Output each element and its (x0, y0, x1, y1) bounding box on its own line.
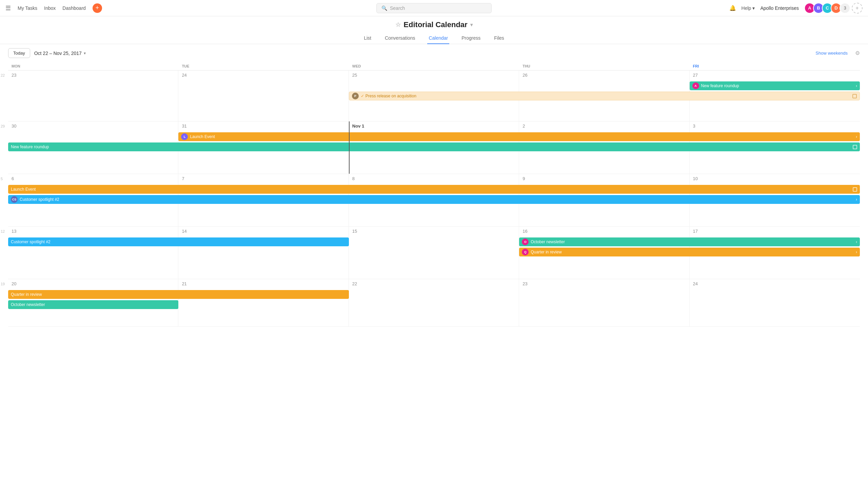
day-24: 24 (178, 70, 349, 121)
calendar-settings-icon[interactable]: ⚙ (855, 50, 860, 56)
project-title: Editorial Calendar (403, 21, 467, 29)
week-num-29: 29 (1, 124, 5, 128)
add-member-button[interactable]: + (852, 3, 863, 14)
check-icon-w1: ✓ (361, 94, 364, 99)
date-15: 15 (350, 228, 517, 235)
today-button[interactable]: Today (8, 48, 30, 58)
tab-calendar[interactable]: Calendar (427, 32, 449, 44)
new-feature-arrow-w1: › (854, 83, 857, 88)
help-label: Help (742, 5, 751, 11)
day-23: 23 (8, 70, 178, 121)
october-newsletter-arrow-w4: › (854, 239, 857, 244)
week-row-4: 12 13 14 15 16 17 Customer spotlight #2 … (8, 227, 860, 279)
date-24: 24 (691, 280, 858, 288)
launch-event-square-w3 (853, 187, 857, 192)
launch-event-label-w2: Launch Event (190, 134, 215, 139)
workspace-label[interactable]: Apollo Enterprises (760, 5, 799, 11)
new-feature-roundup-w1[interactable]: A New feature roundup › (690, 81, 860, 90)
date-10: 10 (691, 175, 858, 183)
date-9: 9 (520, 175, 687, 183)
launch-event-avatar-w2: L (181, 133, 188, 140)
customer-spotlight-label-w4: Customer spotlight #2 (11, 239, 51, 244)
press-release-square-w1 (852, 94, 857, 99)
tab-progress[interactable]: Progress (460, 32, 482, 44)
project-tabs: List Conversations Calendar Progress Fil… (0, 29, 868, 44)
show-weekends-button[interactable]: Show weekends (815, 51, 847, 56)
date-13: 13 (10, 228, 177, 235)
new-feature-roundup-w2[interactable]: New feature roundup (8, 143, 860, 151)
date-14: 14 (180, 228, 347, 235)
october-newsletter-w4[interactable]: O October newsletter › (519, 237, 860, 246)
october-newsletter-w5[interactable]: October newsletter (8, 300, 178, 309)
week-row-5: 19 20 21 22 23 24 Quarter in review Octo… (8, 279, 860, 327)
week-num-5: 5 (1, 177, 3, 181)
header-thu: THU (519, 62, 689, 70)
star-icon[interactable]: ☆ (395, 21, 401, 28)
new-feature-square-w2 (853, 145, 857, 149)
date-7: 7 (180, 175, 347, 183)
title-dropdown-icon[interactable]: ▾ (470, 22, 473, 27)
search-icon: 🔍 (382, 5, 387, 11)
date-nov1: Nov 1 (350, 123, 517, 130)
week-row-3: 5 6 7 8 9 10 Launch Event CS (8, 174, 860, 227)
quarter-review-label-w5: Quarter in review (11, 292, 42, 297)
press-release-w1[interactable]: P ✓ Press release on acquisition (349, 92, 860, 101)
week-num-22: 22 (1, 73, 5, 77)
nav-right: 🔔 Help ▾ Apollo Enterprises A B C D 3 + (729, 3, 863, 14)
tab-conversations[interactable]: Conversations (384, 32, 417, 44)
header-wed: WED (349, 62, 519, 70)
date-3: 3 (691, 123, 858, 130)
new-feature-avatar-w1: A (692, 82, 699, 89)
help-menu[interactable]: Help ▾ (742, 5, 755, 11)
date-range-label: Oct 22 – Nov 25, 2017 (34, 51, 82, 56)
search-bar[interactable]: 🔍 Search (376, 3, 492, 13)
week-num-12: 12 (1, 229, 5, 233)
week-num-19: 19 (1, 282, 5, 286)
date-23: 23 (10, 72, 177, 79)
hamburger-icon[interactable]: ☰ (5, 4, 11, 12)
tab-list[interactable]: List (362, 32, 373, 44)
tab-files[interactable]: Files (493, 32, 506, 44)
quarter-review-label-w4: Quarter in review (531, 250, 561, 254)
october-newsletter-label-w5: October newsletter (11, 302, 45, 307)
date-range-chevron-icon: ▾ (84, 51, 86, 56)
launch-event-w3[interactable]: Launch Event (8, 185, 860, 194)
day-22-nov: 22 (349, 279, 519, 327)
add-button[interactable]: + (93, 3, 102, 13)
quarter-review-w4[interactable]: Q Quarter in review › (519, 248, 860, 257)
customer-spotlight-w3[interactable]: CS Customer spotlight #2 › (8, 195, 860, 204)
top-navigation: ☰ My Tasks Inbox Dashboard + 🔍 Search 🔔 … (0, 0, 868, 16)
date-30: 30 (10, 123, 177, 130)
date-16: 16 (520, 228, 687, 235)
help-chevron-icon: ▾ (752, 5, 755, 11)
october-newsletter-label-w4: October newsletter (531, 239, 565, 244)
header-fri: FRI (690, 62, 860, 70)
search-placeholder: Search (390, 5, 405, 11)
new-feature-label-w2: New feature roundup (11, 145, 49, 149)
project-title-row: ☆ Editorial Calendar ▾ (0, 21, 868, 29)
today-line (349, 121, 350, 174)
launch-event-w2[interactable]: L Launch Event › (178, 132, 860, 141)
quarter-review-w5[interactable]: Quarter in review (8, 290, 349, 299)
customer-spotlight-w4[interactable]: Customer spotlight #2 (8, 237, 349, 246)
nav-left: ☰ My Tasks Inbox Dashboard + (5, 3, 102, 13)
project-header: ☆ Editorial Calendar ▾ List Conversation… (0, 16, 868, 44)
my-tasks-link[interactable]: My Tasks (18, 5, 37, 11)
dashboard-link[interactable]: Dashboard (62, 5, 86, 11)
week-row-1: 22 23 24 25 26 27 A New feature roundup … (8, 70, 860, 121)
avatar-overflow-count[interactable]: 3 (840, 3, 850, 14)
header-mon: MON (8, 62, 178, 70)
date-25: 25 (350, 72, 517, 79)
date-6: 6 (10, 175, 177, 183)
bell-icon[interactable]: 🔔 (729, 5, 736, 11)
press-release-avatar-w1: P (352, 93, 359, 100)
inbox-link[interactable]: Inbox (44, 5, 56, 11)
avatar-group: A B C D 3 + (804, 3, 863, 14)
date-23-nov: 23 (520, 280, 687, 288)
customer-spotlight-avatar-w3: CS (11, 196, 18, 203)
day-14: 14 (178, 227, 349, 279)
calendar-toolbar: Today Oct 22 – Nov 25, 2017 ▾ Show weeke… (0, 44, 868, 62)
date-range-picker[interactable]: Oct 22 – Nov 25, 2017 ▾ (34, 51, 86, 56)
date-22-nov: 22 (350, 280, 517, 288)
customer-spotlight-label-w3: Customer spotlight #2 (20, 197, 59, 202)
